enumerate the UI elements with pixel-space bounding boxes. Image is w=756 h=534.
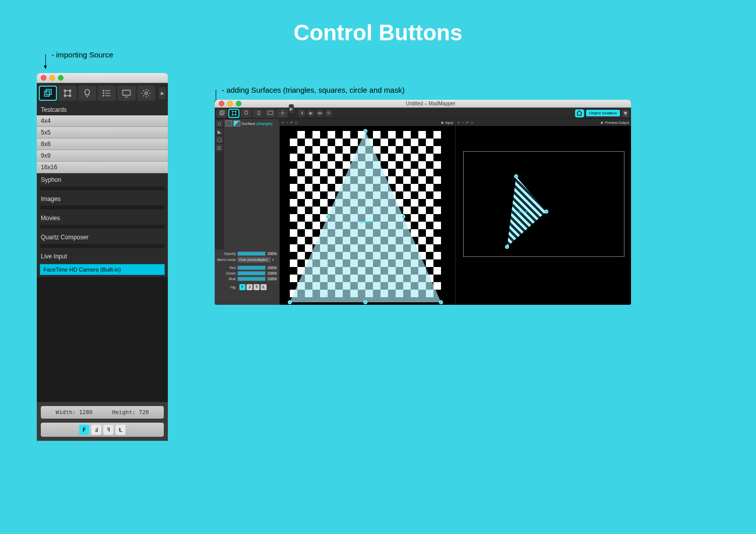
viewport-canvas[interactable]: Surface [280, 126, 455, 305]
viewport-preview: + − ⤢ □ ■ Preview Output Surface [455, 119, 631, 305]
list-item[interactable]: 5x5 [37, 127, 168, 139]
play-icon[interactable]: ▶ [307, 109, 314, 117]
layers-icon[interactable] [39, 86, 57, 101]
flip-button[interactable]: F [79, 425, 89, 435]
vertex-handle[interactable] [514, 174, 518, 178]
live-input-selected[interactable]: FaceTime HD Camera (Built-in) [40, 264, 165, 275]
list-item[interactable]: 9x9 [37, 150, 168, 162]
settings-icon[interactable] [137, 86, 155, 101]
red-slider[interactable] [237, 265, 266, 270]
blue-label: Blue [217, 277, 236, 281]
maximize-icon[interactable] [236, 101, 241, 106]
list-item[interactable]: 8x8 [37, 139, 168, 150]
monitor-icon[interactable] [265, 109, 276, 118]
scrollbar[interactable] [40, 225, 165, 229]
light-icon[interactable] [78, 86, 96, 101]
green-label: Green [217, 272, 236, 275]
edge-handle[interactable] [326, 215, 330, 219]
output-frame [463, 151, 624, 257]
surface-list-item[interactable]: Surface (triangle) [225, 120, 278, 127]
empty-pane [37, 277, 168, 402]
transform-icon[interactable] [228, 109, 239, 118]
fit-icon[interactable]: ⤢ [466, 120, 469, 124]
edge-handle[interactable] [363, 300, 367, 304]
vertex-handle[interactable] [544, 210, 548, 214]
section-images: Images [37, 192, 168, 205]
surface-label: Surface [515, 210, 527, 214]
svg-rect-1 [46, 90, 51, 95]
scrollbar[interactable] [40, 244, 165, 248]
transform-icon[interactable] [58, 86, 77, 101]
square-icon[interactable]: □ [295, 121, 297, 124]
minimize-icon[interactable] [227, 101, 233, 106]
light-icon[interactable] [240, 109, 251, 118]
flip-button[interactable]: Ɫ [115, 425, 125, 435]
zoom-in-icon[interactable]: + [282, 121, 284, 124]
add-circle-icon[interactable]: ◯ [216, 136, 223, 143]
flip-button[interactable]: F [239, 284, 245, 290]
close-icon[interactable] [219, 101, 224, 106]
svg-point-11 [103, 90, 104, 91]
opacity-label: Opacity [217, 252, 236, 255]
add-mask-icon[interactable]: ◫ [216, 144, 223, 151]
fit-icon[interactable]: ⤢ [290, 120, 293, 124]
scrollbar[interactable] [40, 186, 165, 190]
object-isolation-button[interactable]: Object Isolation [586, 110, 620, 116]
add-quad-icon[interactable]: ◻ [216, 120, 223, 127]
height-readout: Height: 720 [112, 409, 149, 416]
close-icon[interactable] [41, 75, 46, 81]
blend-mode-select[interactable]: Over premultiplied [237, 257, 271, 262]
settings-icon[interactable] [277, 109, 288, 118]
pause-icon[interactable]: ⏸ [298, 109, 305, 117]
home-icon[interactable] [575, 109, 584, 117]
scrollbar[interactable] [40, 206, 165, 210]
blue-slider[interactable] [237, 277, 266, 281]
dropdown-icon[interactable]: ▾ [622, 109, 629, 117]
width-readout: Width: 1280 [56, 409, 93, 416]
more-icon[interactable]: ▶ [289, 104, 294, 113]
zoom-out-icon[interactable]: − [462, 121, 464, 124]
svg-rect-14 [123, 90, 131, 95]
edge-handle[interactable] [401, 215, 405, 219]
flip-button[interactable]: Ɫ [261, 284, 267, 290]
minimize-icon[interactable] [49, 75, 55, 81]
flip-button[interactable]: Ⅎ [91, 425, 101, 435]
vertex-handle[interactable] [439, 300, 443, 304]
square-icon[interactable]: □ [471, 121, 473, 124]
zoom-in-icon[interactable]: + [458, 121, 460, 124]
opacity-value: 100% [267, 252, 277, 255]
rewind-icon[interactable]: ⏮ [316, 109, 324, 117]
monitor-icon[interactable] [117, 86, 136, 101]
loop-icon[interactable]: ↻ [325, 109, 333, 117]
list-item[interactable]: 4x4 [37, 115, 168, 127]
surface-shape-icons: ◻ ◣ ◯ ◫ [215, 119, 224, 249]
vertex-handle[interactable] [505, 245, 509, 249]
flip-buttons: F Ⅎ ꟻ Ɫ [41, 423, 164, 437]
flip-button[interactable]: ꟻ [103, 425, 113, 435]
layers-icon[interactable] [216, 109, 227, 118]
list-icon[interactable] [253, 109, 264, 118]
more-icon[interactable]: ▶ [159, 87, 166, 99]
viewport-label: Input [445, 121, 453, 124]
surface-variant: (triangle) [257, 121, 273, 126]
zoom-out-icon[interactable]: − [286, 121, 288, 124]
window-title: Untitled – MadMapper [244, 101, 631, 106]
page-title: Control Buttons [0, 20, 756, 45]
vertex-handle[interactable] [363, 129, 367, 133]
section-movies: Movies [37, 212, 168, 224]
maximize-icon[interactable] [58, 75, 64, 81]
surface-label: Surface [359, 220, 371, 224]
add-triangle-icon[interactable]: ◣ [216, 128, 223, 135]
chevron-down-icon[interactable]: ▾ [272, 258, 277, 262]
green-slider[interactable] [237, 271, 266, 276]
blue-value: 100% [267, 277, 277, 281]
list-icon[interactable] [98, 86, 116, 101]
opacity-slider[interactable] [237, 251, 266, 256]
flip-button[interactable]: Ⅎ [246, 284, 253, 290]
list-item[interactable]: 16x16 [37, 162, 168, 173]
surface-list: Surface (triangle) [224, 119, 279, 249]
vertex-handle[interactable] [288, 300, 292, 304]
svg-rect-18 [221, 111, 224, 114]
flip-button[interactable]: ꟻ [254, 284, 260, 290]
viewport-canvas[interactable]: Surface [456, 126, 631, 305]
